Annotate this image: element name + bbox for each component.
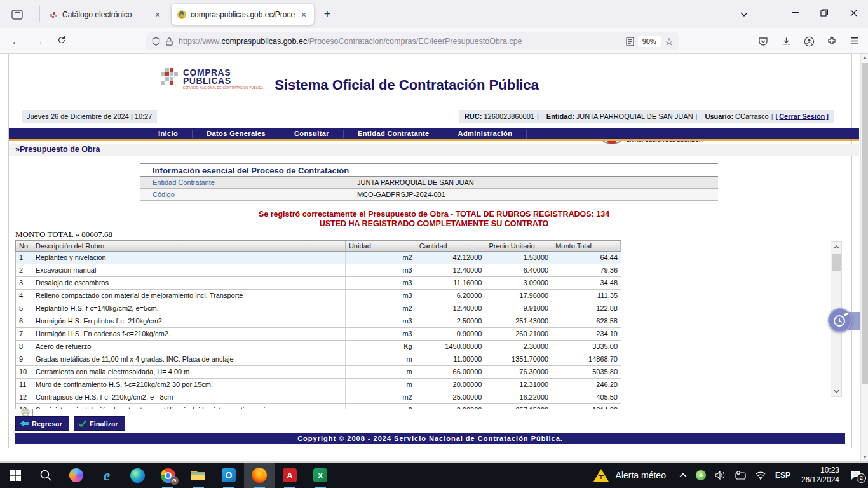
table-row[interactable]: 5Replantillo H.S. f-c=140kg/cm2, e=5cm.m…: [16, 302, 621, 315]
scroll-up-icon[interactable]: ▲: [861, 54, 868, 62]
reload-button[interactable]: [53, 33, 70, 50]
table-cell: Relleno compactado con material de mejor…: [32, 290, 346, 302]
table-row[interactable]: 13Suministro e instalación de estructura…: [16, 404, 621, 409]
web-page: COMPRAS PÚBLICAS SERVICIO NACIONAL DE CO…: [0, 54, 860, 461]
ruc-value: 1260023860001: [484, 112, 534, 120]
clock-wings-icon[interactable]: [828, 308, 852, 332]
table-row[interactable]: 1Replanteo y nivelacionm242.120001.53000…: [16, 252, 621, 264]
finalizar-button[interactable]: Finalizar: [74, 416, 125, 431]
weather-widget[interactable]: Alerta méteo: [593, 468, 666, 482]
regresar-button[interactable]: Regresar: [15, 416, 69, 431]
table-cell: 0.90000: [416, 328, 486, 340]
language-indicator[interactable]: ESP: [775, 471, 790, 480]
internet-explorer-icon[interactable]: e: [92, 463, 122, 488]
window-close-button[interactable]: [839, 0, 868, 25]
firefox-view-icon[interactable]: [6, 6, 28, 23]
print-row: [15, 409, 36, 416]
downloads-icon[interactable]: [779, 35, 793, 48]
tray-chevron-up-icon[interactable]: [679, 473, 687, 478]
outlook-icon[interactable]: O: [214, 463, 244, 488]
window-restore-button[interactable]: [810, 0, 839, 25]
nav-item-inicio[interactable]: Inicio: [144, 130, 193, 138]
firefox-icon[interactable]: [244, 463, 275, 488]
menu-hamburger-icon[interactable]: ☰: [848, 35, 862, 48]
table-cell: 64.44: [552, 252, 621, 264]
bookmark-star-icon[interactable]: ☆: [665, 36, 674, 48]
logout-link[interactable]: [Cerrar Sesión]: [776, 112, 829, 120]
tab-compraspublicas-active[interactable]: compraspublicas.gob.ec/Proce ×: [172, 4, 314, 25]
table-header-row: NoDescripción del RubroUnidadCantidadPre…: [15, 240, 621, 252]
table-row[interactable]: 3Desalojo de escombrosm311.160003.090003…: [16, 277, 621, 290]
shield-icon[interactable]: [151, 37, 161, 46]
scroll-up-icon[interactable]: [831, 242, 841, 252]
table-cell: 12.40000: [416, 302, 486, 315]
excel-icon[interactable]: X: [305, 463, 336, 488]
table-row[interactable]: 8Acero de refuerzoKg1450.000002.30000333…: [16, 341, 621, 353]
session-bar: RUC: 1260023860001 | Entidad: JUNTA PARR…: [459, 110, 834, 123]
tab-catalogo[interactable]: Catálogo electrónico ×: [43, 4, 168, 25]
table-row[interactable]: 9Gradas metálicas de 11,00 ml x 4 gradas…: [16, 353, 621, 366]
nav-item-consultar[interactable]: Consultar: [280, 130, 344, 138]
floating-widget[interactable]: [828, 308, 860, 334]
nav-item-administración[interactable]: Administración: [444, 130, 527, 138]
table-cell: 12: [16, 391, 32, 403]
tab-close-icon[interactable]: ×: [299, 10, 309, 20]
table-cell: 6.20000: [416, 290, 486, 302]
pocket-icon[interactable]: [756, 35, 770, 48]
nav-item-entidad-contratante[interactable]: Entidad Contratante: [344, 130, 444, 138]
meet-now-icon[interactable]: [735, 471, 746, 480]
back-button[interactable]: ←: [8, 33, 24, 50]
table-cell: 2.30000: [485, 341, 552, 353]
zoom-level-badge[interactable]: 90%: [638, 36, 661, 47]
notification-badge: 2: [857, 473, 866, 483]
clock-widget[interactable]: 10:23 26/12/2024: [801, 466, 839, 485]
tray-time: 10:23: [801, 466, 839, 475]
nav-item-datos-generales[interactable]: Datos Generales: [193, 130, 280, 138]
acrobat-icon[interactable]: A: [275, 463, 305, 488]
scroll-down-icon[interactable]: ▼: [861, 454, 868, 461]
table-cell: 2.50000: [416, 315, 486, 327]
antivirus-icon[interactable]: +: [696, 470, 706, 480]
page-title: Sistema Oficial de Contratación Pública: [178, 77, 635, 93]
table-cell: Muro de confinamiento H.S. f-c=210kg/cm2…: [32, 379, 346, 391]
table-row[interactable]: 4Relleno compactado con material de mejo…: [16, 290, 621, 302]
tab-close-icon[interactable]: ×: [153, 10, 163, 20]
volume-icon[interactable]: [715, 471, 726, 480]
table-row[interactable]: 7Hormigón H.S. En cadenas f-c=210kg/cm2.…: [16, 328, 621, 341]
table-row[interactable]: 10Cerramiento con malla electrosoldada, …: [16, 366, 621, 379]
search-button[interactable]: [31, 463, 61, 488]
table-cell: Cerramiento con malla electrosoldada, H=…: [32, 366, 346, 378]
list-tabs-chevron-icon[interactable]: [729, 5, 759, 23]
scroll-down-icon[interactable]: [831, 386, 841, 396]
window-minimize-button[interactable]: [780, 0, 810, 25]
table-row[interactable]: 11Muro de confinamiento H.S. f-c=210kg/c…: [16, 379, 621, 391]
scrollbar-thumb[interactable]: [832, 254, 841, 271]
lock-icon[interactable]: [165, 37, 173, 46]
browser-scrollbar[interactable]: ▲ ▼: [860, 54, 868, 461]
table-cell: m2: [346, 252, 416, 264]
edge-icon[interactable]: [122, 463, 153, 488]
wifi-icon[interactable]: [755, 471, 766, 480]
datetime-bar: Jueves 26 de Diciembre de 2024 | 10:27: [22, 110, 157, 123]
table-row[interactable]: 6Hormigón H.S. En plintos f-c=210kg/cm2.…: [16, 315, 621, 328]
url-bar[interactable]: https://www.compraspublicas.gob.ec/Proce…: [146, 32, 679, 50]
table-cell: 3335.00: [552, 341, 621, 353]
start-button[interactable]: [0, 463, 31, 488]
reader-mode-icon[interactable]: [626, 37, 634, 46]
system-tray: Alerta méteo + ESP 10:23 26/12/2024 2: [593, 463, 868, 488]
copilot-icon[interactable]: [61, 463, 92, 488]
table-row[interactable]: 2Excavación manualm312.400006.4000079.36: [16, 264, 621, 277]
scrollbar-thumb[interactable]: [862, 63, 868, 384]
account-icon[interactable]: [802, 35, 816, 48]
table-cell: 10: [16, 366, 32, 378]
new-tab-button[interactable]: +: [320, 8, 334, 22]
print-icon[interactable]: [21, 409, 30, 416]
column-header: Descripción del Rubro: [32, 241, 346, 251]
notification-center-icon[interactable]: 2: [850, 470, 862, 480]
chrome-icon[interactable]: G: [153, 463, 183, 488]
table-cell: Hormigón H.S. En plintos f-c=210kg/cm2.: [32, 315, 346, 327]
nav-accent-line: [9, 139, 859, 141]
table-row[interactable]: 12Contrapisos de H.S. f-c=210kg/cm2. e= …: [16, 391, 621, 404]
extensions-puzzle-icon[interactable]: [825, 35, 839, 48]
file-explorer-icon[interactable]: [183, 463, 214, 488]
